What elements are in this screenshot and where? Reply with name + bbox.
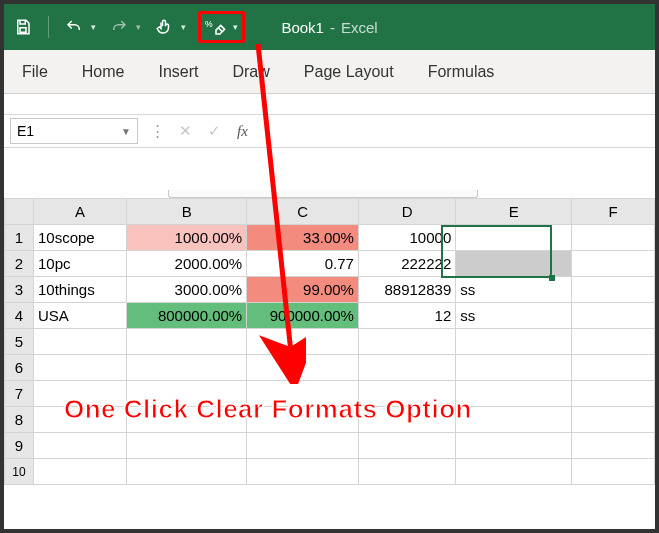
ribbon-tabs: File Home Insert Draw Page Layout Formul…	[4, 50, 655, 94]
row-header[interactable]: 2	[5, 251, 34, 277]
cell[interactable]	[456, 459, 572, 485]
row-header[interactable]: 3	[5, 277, 34, 303]
cell[interactable]	[127, 355, 247, 381]
tab-formulas[interactable]: Formulas	[428, 63, 495, 81]
redo-icon[interactable]	[108, 16, 130, 38]
cell[interactable]	[33, 459, 126, 485]
cell-D3[interactable]: 88912839	[358, 277, 455, 303]
cell-C2[interactable]: 0.77	[247, 251, 359, 277]
cell[interactable]	[247, 433, 359, 459]
cell[interactable]	[456, 407, 572, 433]
cell-C4[interactable]: 900000.00%	[247, 303, 359, 329]
name-box-value: E1	[17, 123, 34, 139]
formula-bar-expand[interactable]	[4, 148, 655, 198]
tab-insert[interactable]: Insert	[158, 63, 198, 81]
formula-input[interactable]	[256, 118, 655, 144]
cell-B3[interactable]: 3000.00%	[127, 277, 247, 303]
cell[interactable]	[572, 329, 655, 355]
col-header-F[interactable]: F	[572, 199, 655, 225]
fx-icon[interactable]: fx	[237, 123, 248, 140]
cell[interactable]	[247, 355, 359, 381]
cell[interactable]	[358, 433, 455, 459]
enter-icon[interactable]: ✓	[208, 122, 221, 140]
cell-B1[interactable]: 1000.00%	[127, 225, 247, 251]
cell-D4[interactable]: 12	[358, 303, 455, 329]
ribbon-collapsed-area	[4, 94, 655, 114]
table-row: 2 10pc 2000.00% 0.77 222222	[5, 251, 655, 277]
cell-F4[interactable]	[572, 303, 655, 329]
col-header-D[interactable]: D	[358, 199, 455, 225]
cell[interactable]	[572, 381, 655, 407]
cell-A4[interactable]: USA	[33, 303, 126, 329]
redo-dropdown-icon[interactable]: ▾	[136, 22, 141, 32]
cell[interactable]	[247, 329, 359, 355]
title-bar: ▾ ▾ ▾ % ▾ Book1 - Excel	[4, 4, 655, 50]
col-header-C[interactable]: C	[247, 199, 359, 225]
row-header[interactable]: 7	[5, 381, 34, 407]
cell[interactable]	[127, 329, 247, 355]
row-header[interactable]: 10	[5, 459, 34, 485]
name-box-dropdown-icon[interactable]: ▼	[121, 126, 131, 137]
tab-home[interactable]: Home	[82, 63, 125, 81]
tab-file[interactable]: File	[22, 63, 48, 81]
cell-D1[interactable]: 10000	[358, 225, 455, 251]
cell[interactable]	[572, 459, 655, 485]
col-header-A[interactable]: A	[33, 199, 126, 225]
row-header[interactable]: 9	[5, 433, 34, 459]
cell-F3[interactable]	[572, 277, 655, 303]
cell[interactable]	[456, 433, 572, 459]
cell[interactable]	[247, 459, 359, 485]
cell[interactable]	[127, 459, 247, 485]
row-header[interactable]: 5	[5, 329, 34, 355]
cell-C3[interactable]: 99.00%	[247, 277, 359, 303]
cell-D2[interactable]: 222222	[358, 251, 455, 277]
cell[interactable]	[456, 381, 572, 407]
cell[interactable]	[33, 433, 126, 459]
row-header[interactable]: 6	[5, 355, 34, 381]
save-icon[interactable]	[12, 16, 34, 38]
col-header-B[interactable]: B	[127, 199, 247, 225]
table-row: 6	[5, 355, 655, 381]
cell-C1[interactable]: 33.00%	[247, 225, 359, 251]
cell-A1[interactable]: 10scope	[33, 225, 126, 251]
cell-E1[interactable]	[456, 225, 572, 251]
tab-pagelayout[interactable]: Page Layout	[304, 63, 394, 81]
tab-draw[interactable]: Draw	[232, 63, 269, 81]
cell[interactable]	[358, 329, 455, 355]
touch-mode-icon[interactable]	[153, 16, 175, 38]
cell[interactable]	[572, 355, 655, 381]
cell-B2[interactable]: 2000.00%	[127, 251, 247, 277]
col-header-E[interactable]: E	[456, 199, 572, 225]
select-all-corner[interactable]	[5, 199, 34, 225]
row-header[interactable]: 4	[5, 303, 34, 329]
row-header[interactable]: 8	[5, 407, 34, 433]
cell-E4[interactable]: ss	[456, 303, 572, 329]
cell-B4[interactable]: 800000.00%	[127, 303, 247, 329]
touch-dropdown-icon[interactable]: ▾	[181, 22, 186, 32]
cell[interactable]	[572, 433, 655, 459]
cell[interactable]	[456, 329, 572, 355]
qat-customize-icon[interactable]: ▾	[233, 22, 238, 32]
cell[interactable]	[33, 329, 126, 355]
worksheet-grid[interactable]: A B C D E F 1 10scope 1000.00% 33.00% 10…	[4, 198, 655, 485]
cell[interactable]	[456, 355, 572, 381]
column-header-row: A B C D E F	[5, 199, 655, 225]
undo-dropdown-icon[interactable]: ▾	[91, 22, 96, 32]
clear-formats-icon[interactable]: %	[205, 16, 227, 38]
cell[interactable]	[572, 407, 655, 433]
cell-F1[interactable]	[572, 225, 655, 251]
selection-fill-handle[interactable]	[549, 275, 555, 281]
name-box[interactable]: E1 ▼	[10, 118, 138, 144]
row-header[interactable]: 1	[5, 225, 34, 251]
cell-E2[interactable]	[456, 251, 572, 277]
cell[interactable]	[358, 459, 455, 485]
cell[interactable]	[358, 355, 455, 381]
cell[interactable]	[33, 355, 126, 381]
cancel-icon[interactable]: ✕	[179, 122, 192, 140]
cell-F2[interactable]	[572, 251, 655, 277]
undo-icon[interactable]	[63, 16, 85, 38]
cell-A3[interactable]: 10things	[33, 277, 126, 303]
cell-A2[interactable]: 10pc	[33, 251, 126, 277]
cell[interactable]	[127, 433, 247, 459]
callout-label: One Click Clear Formats Option	[64, 394, 472, 425]
